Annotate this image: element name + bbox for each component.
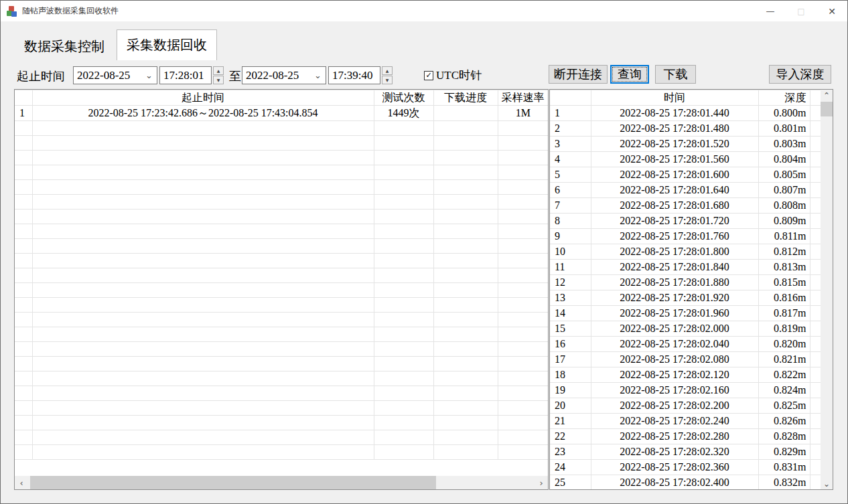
table-row[interactable]: 32022-08-25 17:28:01.5200.803m [550,137,821,152]
table-row[interactable]: 52022-08-25 17:28:01.6000.805m [550,167,821,183]
cell: 0.828m [758,429,810,444]
table-row[interactable]: 172022-08-25 17:28:02.0800.821m [550,352,821,367]
utc-checkbox[interactable]: ✓ UTC时针 [424,68,482,83]
table-row[interactable]: 142022-08-25 17:28:01.9600.817m [550,306,821,321]
cell [810,137,821,152]
cell [810,306,821,321]
end-time-spinner: 17:39:40 ▲ ▼ [328,66,393,84]
cell [32,298,374,313]
table-row[interactable]: 192022-08-25 17:28:02.1600.824m [550,383,821,398]
cell: 0.800m [758,106,810,121]
cell [32,386,374,401]
table-row[interactable]: 232022-08-25 17:28:02.3200.829m [550,444,821,460]
table-row[interactable]: 12022-08-25 17:23:42.686～2022-08-25 17:4… [15,106,548,121]
start-date-value: 2022-08-25 [77,69,130,82]
close-button[interactable]: ✕ [817,1,847,21]
vertical-scrollbar[interactable]: ⌃ ⌄ [821,90,833,489]
cell: 2022-08-25 17:28:02.400 [591,475,758,490]
spin-up-icon[interactable]: ▲ [213,66,224,75]
column-header: 下载进度 [433,90,498,106]
scroll-right-icon[interactable]: › [535,476,548,489]
checkbox-check-icon[interactable]: ✓ [424,71,433,80]
spin-down-icon[interactable]: ▼ [213,76,224,84]
spin-up-icon[interactable]: ▲ [382,66,393,75]
cell: 2022-08-25 17:28:01.720 [591,214,758,229]
empty-row [15,371,548,386]
end-date-combobox[interactable]: 2022-08-25 ⌄ [242,66,326,84]
header-row: 时间深度 [550,90,821,106]
scroll-left-icon[interactable]: ‹ [15,476,28,489]
cell: 0.815m [758,275,810,290]
table-row[interactable]: 132022-08-25 17:28:01.9200.816m [550,290,821,306]
cell [32,371,374,386]
chevron-down-icon[interactable]: ⌄ [145,71,157,80]
table-row[interactable]: 62022-08-25 17:28:01.6400.807m [550,183,821,198]
cell: 1 [15,106,32,121]
query-button[interactable]: 查询 [610,65,649,84]
tab-collected-data-recovery[interactable]: 采集数据回收 [117,29,217,60]
table-row[interactable]: 202022-08-25 17:28:02.2000.825m [550,398,821,414]
cell [498,401,548,416]
column-header [15,90,32,106]
scroll-down-icon[interactable]: ⌄ [821,478,833,489]
scroll-up-icon[interactable]: ⌃ [821,90,833,101]
minimize-button[interactable]: — [755,1,786,21]
table-row[interactable]: 152022-08-25 17:28:02.0000.819m [550,321,821,337]
cell: 7 [550,198,591,214]
scrollbar-thumb[interactable] [30,476,436,489]
empty-row [15,327,548,342]
start-time-value[interactable]: 17:28:01 [159,66,212,84]
end-time-value[interactable]: 17:39:40 [328,66,380,84]
maximize-button[interactable]: □ [786,1,817,21]
table-row[interactable]: 122022-08-25 17:28:01.8800.815m [550,275,821,290]
cell [433,313,498,327]
empty-row [15,180,548,195]
chevron-down-icon[interactable]: ⌄ [314,71,326,80]
cell: 2022-08-25 17:28:02.160 [591,383,758,398]
end-time-spin-buttons: ▲ ▼ [382,66,393,84]
cell [374,224,433,239]
spin-down-icon[interactable]: ▼ [382,76,393,84]
cell [810,337,821,352]
table-row[interactable]: 22022-08-25 17:28:01.4800.801m [550,121,821,137]
cell: 2022-08-25 17:28:02.360 [591,460,758,475]
table-row[interactable]: 92022-08-25 17:28:01.7600.811m [550,229,821,244]
window-title: 随钻声波数据采集回收软件 [22,5,119,17]
table-row[interactable]: 162022-08-25 17:28:02.0400.820m [550,337,821,352]
table-row[interactable]: 242022-08-25 17:28:02.3600.831m [550,460,821,475]
horizontal-scrollbar[interactable]: ‹ › [15,476,548,489]
empty-row [15,121,548,136]
table-row[interactable]: 182022-08-25 17:28:02.1200.822m [550,367,821,383]
tab-data-acquisition-control[interactable]: 数据采集控制 [12,33,117,60]
table-row[interactable]: 102022-08-25 17:28:01.8000.812m [550,244,821,260]
cell [433,121,498,136]
cell [810,383,821,398]
cell: 0.829m [758,444,810,460]
cell: 25 [550,475,591,490]
download-button[interactable]: 下载 [655,65,696,84]
cell [32,416,374,430]
table-row[interactable]: 12022-08-25 17:28:01.4400.800m [550,106,821,121]
start-date-combobox[interactable]: 2022-08-25 ⌄ [73,66,157,84]
window-controls: — □ ✕ [755,1,847,21]
cell [32,313,374,327]
disconnect-button[interactable]: 断开连接 [549,65,608,84]
table-row[interactable]: 222022-08-25 17:28:02.2800.828m [550,429,821,444]
cell [32,209,374,224]
cell: 15 [550,321,591,337]
table-row[interactable]: 72022-08-25 17:28:01.6800.808m [550,198,821,214]
cell [32,268,374,283]
cell [374,151,433,165]
cell: 0.832m [758,475,810,490]
table-row[interactable]: 42022-08-25 17:28:01.5600.804m [550,152,821,167]
scrollbar-thumb[interactable] [821,102,833,116]
table-row[interactable]: 212022-08-25 17:28:02.2400.826m [550,414,821,429]
import-depth-button[interactable]: 导入深度 [769,65,831,84]
table-row[interactable]: 112022-08-25 17:28:01.8400.813m [550,260,821,275]
cell [433,151,498,165]
cell: 0.807m [758,183,810,198]
table-row[interactable]: 252022-08-25 17:28:02.4000.832m [550,475,821,490]
cell: 11 [550,260,591,275]
table-row[interactable]: 82022-08-25 17:28:01.7200.809m [550,214,821,229]
cell [498,224,548,239]
